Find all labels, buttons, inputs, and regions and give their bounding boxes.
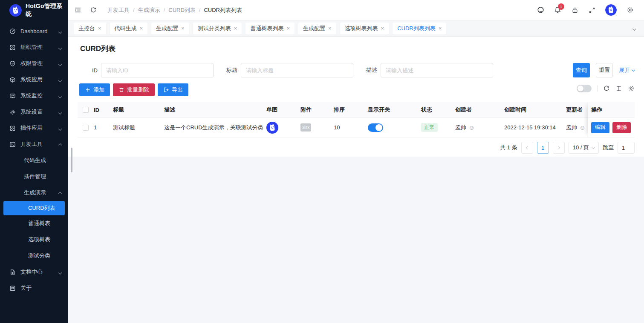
dashboard-icon <box>9 28 16 34</box>
chevron-down-icon <box>58 111 62 114</box>
cell-title: 测试标题 <box>113 124 164 131</box>
trash-icon <box>118 87 124 93</box>
col-created-at: 创建时间 <box>504 106 566 114</box>
sidebar-item-dashboard[interactable]: Dashboard <box>0 23 68 39</box>
sidebar-item-org[interactable]: 组织管理 <box>0 39 68 55</box>
fullscreen-icon[interactable] <box>588 6 595 14</box>
menu-fold-icon[interactable] <box>74 6 81 14</box>
filter-description-input[interactable] <box>381 63 493 77</box>
reload-icon[interactable] <box>90 6 97 14</box>
tab-close-icon[interactable] <box>381 26 384 31</box>
expand-filters-link[interactable]: 展开 <box>619 66 635 74</box>
tab-normal-tree-list[interactable]: 普通树表列表 <box>245 23 295 34</box>
row-display-switch[interactable] <box>368 123 383 132</box>
striped-toggle[interactable] <box>577 85 592 92</box>
batch-delete-button[interactable]: 批量删除 <box>113 83 155 96</box>
attachment-chip[interactable]: xlsx <box>300 123 311 131</box>
col-title: 标题 <box>113 106 164 114</box>
settings-gear-icon[interactable] <box>627 6 634 14</box>
column-settings-gear-icon[interactable] <box>628 85 635 92</box>
refresh-table-icon[interactable] <box>603 85 610 92</box>
vertical-scrollbar[interactable] <box>71 148 72 172</box>
filter-id-input[interactable] <box>101 63 214 77</box>
cell-description: 这是一个CRUD生成演示，关联测试分类 <box>164 124 266 131</box>
edit-button[interactable]: 编辑 <box>591 122 609 133</box>
jump-to-input[interactable] <box>618 142 635 154</box>
gear-icon <box>9 109 16 115</box>
prev-page-button[interactable] <box>521 142 533 154</box>
github-icon[interactable] <box>537 6 544 14</box>
chevron-down-icon <box>58 62 62 66</box>
tab-option-tree-list[interactable]: 选项树表列表 <box>340 23 389 34</box>
tab-gen-config-2[interactable]: 生成配置 <box>298 23 336 34</box>
row-checkbox[interactable] <box>83 125 89 131</box>
sidebar-item-option-tree[interactable]: 选项树表 <box>0 232 68 248</box>
sidebar-item-gen-demo[interactable]: 生成演示 <box>0 185 68 201</box>
export-button[interactable]: 导出 <box>158 83 188 96</box>
breadcrumb-item[interactable]: 生成演示 <box>138 6 160 14</box>
add-button[interactable]: 添加 <box>79 83 110 96</box>
tabbar-collapse-icon[interactable] <box>633 25 635 31</box>
chevron-down-icon <box>58 127 62 130</box>
cell-sort: 10 <box>334 124 368 131</box>
filter-title-input[interactable] <box>241 63 353 77</box>
user-avatar[interactable] <box>605 4 617 16</box>
sidebar-item-code-gen[interactable]: 代码生成 <box>0 152 68 169</box>
sidebar-item-permission[interactable]: 权限管理 <box>0 55 68 71</box>
col-switch: 显示开关 <box>368 106 421 114</box>
tab-code-gen[interactable]: 代码生成 <box>110 23 148 34</box>
breadcrumb-item[interactable]: 开发工具 <box>107 6 130 14</box>
tab-close-icon[interactable] <box>328 26 332 31</box>
tab-gen-config-1[interactable]: 生成配置 <box>151 23 189 34</box>
select-all-checkbox[interactable] <box>83 107 89 113</box>
sidebar-item-docs[interactable]: 文档中心 <box>0 264 68 280</box>
search-button[interactable]: 查询 <box>573 63 590 77</box>
breadcrumb-separator: / <box>164 7 165 13</box>
tab-close-icon[interactable] <box>286 26 290 31</box>
sidebar-item-plugin-manage[interactable]: 插件管理 <box>0 169 68 185</box>
page-size-select[interactable]: 10 / 页 <box>569 142 599 154</box>
sidebar-item-normal-tree[interactable]: 普通树表 <box>0 215 68 232</box>
page-number-current[interactable]: 1 <box>537 142 549 154</box>
next-page-button[interactable] <box>553 142 565 154</box>
table-row: 1 测试标题 这是一个CRUD生成演示，关联测试分类 xlsx 10 正常 孟帅… <box>78 118 635 137</box>
sidebar-item-plugins[interactable]: 插件应用 <box>0 120 68 136</box>
cell-updater: 孟帅 <box>566 124 577 131</box>
sidebar-item-settings[interactable]: 系统设置 <box>0 104 68 120</box>
sidebar-menu: Dashboard 组织管理 权限管理 系统应用 系统监控 <box>0 20 68 296</box>
tab-test-category-list[interactable]: 测试分类列表 <box>193 23 242 34</box>
tabbar: 主控台 代码生成 生成配置 测试分类列表 普通树表列表 生成配置 选项树表列表 … <box>68 20 644 37</box>
sidebar-item-system-app[interactable]: 系统应用 <box>0 71 68 88</box>
sidebar-item-devtools[interactable]: 开发工具 <box>0 136 68 152</box>
col-creator: 创建者 <box>455 106 504 114</box>
sidebar-item-test-category[interactable]: 测试分类 <box>0 248 68 264</box>
tab-console[interactable]: 主控台 <box>74 23 106 34</box>
tab-close-icon[interactable] <box>181 26 185 31</box>
chevron-down-icon <box>58 78 62 82</box>
chevron-down-icon <box>592 145 595 149</box>
hotgo-admin-app: HotGo管理系统 Dashboard 组织管理 权限管理 系统应用 <box>0 0 644 323</box>
delete-button[interactable]: 删除 <box>612 122 631 133</box>
col-attachment: 附件 <box>300 106 334 114</box>
about-icon <box>9 285 16 292</box>
chevron-up-icon <box>58 192 62 195</box>
sidebar-item-about[interactable]: 关于 <box>0 280 68 296</box>
tab-cudr-list-active[interactable]: CUDR列表列表 <box>393 23 446 34</box>
chevron-right-icon <box>556 146 560 149</box>
breadcrumb-item[interactable]: CURD列表 <box>168 6 196 14</box>
app-logo[interactable]: HotGo管理系统 <box>0 0 68 20</box>
reset-button[interactable]: 重置 <box>596 63 613 77</box>
lock-icon[interactable] <box>571 6 578 14</box>
col-image: 单图 <box>266 106 300 114</box>
row-height-icon[interactable] <box>615 85 622 92</box>
sidebar-item-monitor[interactable]: 系统监控 <box>0 88 68 104</box>
sidebar-item-curd-list[interactable]: CURD列表 <box>3 201 65 215</box>
creator-avatar-icon <box>468 124 475 131</box>
tab-close-icon[interactable] <box>234 26 237 31</box>
tab-close-icon[interactable] <box>439 26 442 31</box>
jump-to-label: 跳至 <box>603 144 614 151</box>
monitor-icon <box>9 93 16 99</box>
tab-close-icon[interactable] <box>98 26 101 31</box>
tab-close-icon[interactable] <box>140 26 143 31</box>
row-image-thumbnail[interactable] <box>266 122 278 134</box>
